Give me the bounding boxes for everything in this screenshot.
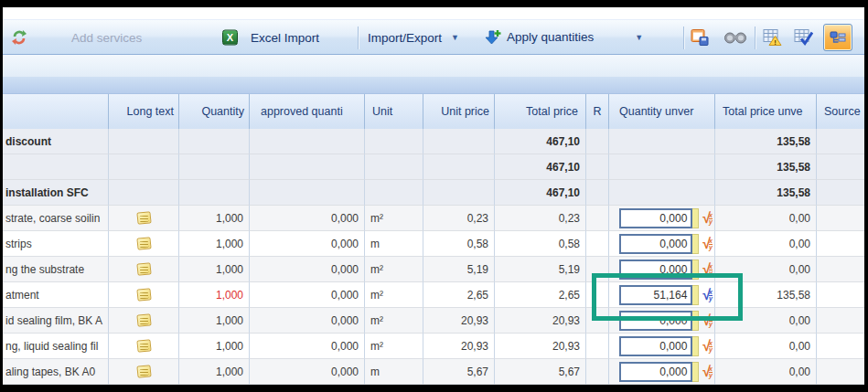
input-marker-strip [692, 362, 699, 382]
cell-quantity-unverified: 0,000 √xy [609, 359, 715, 385]
cell-description: discount [3, 129, 109, 154]
cell-unit-price: 0,23 [423, 206, 495, 231]
formula-icon[interactable]: √xy [702, 340, 713, 353]
cell-total-price: 20,93 [495, 308, 586, 334]
apply-quantities-button[interactable]: Apply quantities ▼ [485, 29, 643, 46]
cell-source [817, 206, 864, 231]
cell-unit-price: 0,58 [423, 231, 495, 257]
import-export-menu[interactable]: Import/Export ▼ [368, 30, 459, 44]
cell-long-text [109, 282, 179, 308]
refresh-button[interactable] [11, 29, 27, 46]
column-header-unit[interactable]: Unit [365, 94, 423, 129]
long-text-note-icon[interactable] [136, 288, 151, 301]
add-services-button[interactable]: Add services [71, 30, 142, 44]
cell-approved-quantity [250, 129, 365, 154]
column-header-source[interactable]: Source [817, 94, 864, 129]
cell-unit [365, 180, 423, 206]
highlight-annotation [592, 273, 743, 321]
cell-total-price-unverified: 0,00 [715, 231, 817, 257]
long-text-note-icon[interactable] [136, 211, 151, 224]
cell-total-price-unverified: 0,00 [715, 206, 817, 231]
column-header-description[interactable] [3, 94, 109, 129]
table-row: installation SFC 467,10 √xy 135,58 [3, 180, 864, 206]
column-header-quantity[interactable]: Quantity [179, 94, 250, 129]
excel-import-label: Excel Import [251, 30, 319, 44]
formula-icon[interactable]: √xy [702, 212, 713, 225]
cell-quantity-unverified: √xy [609, 129, 715, 154]
cell-total-price: 20,93 [495, 334, 586, 359]
grid-check-button[interactable] [794, 28, 813, 46]
long-text-note-icon[interactable] [136, 365, 151, 377]
cell-approved-quantity: 0,000 [250, 257, 365, 282]
cell-description [3, 154, 109, 180]
cell-approved-quantity: 0,000 [250, 231, 365, 257]
cell-quantity: 1,000 [179, 282, 250, 308]
structure-view-toggle[interactable] [823, 24, 852, 51]
column-header-unit-price[interactable]: Unit price [423, 94, 495, 129]
cell-quantity: 1,000 [179, 206, 250, 231]
grid-warning-icon: ! [763, 28, 782, 46]
toolbar-separator [683, 26, 684, 49]
group-header-band [3, 77, 864, 94]
cell-description: aling tapes, BK A0 [3, 359, 109, 385]
grid-warning-button[interactable]: ! [763, 28, 782, 46]
quantity-unverified-input[interactable]: 0,000 [619, 208, 692, 228]
add-services-label: Add services [71, 30, 142, 44]
cell-quantity-unverified: 0,000 √xy [609, 334, 715, 359]
cell-long-text [109, 308, 179, 334]
column-header-quantity-unverified[interactable]: Quantity unver [609, 94, 715, 129]
cell-source [817, 231, 864, 257]
structure-view-icon [823, 24, 852, 51]
excel-import-button[interactable]: X Excel Import [222, 29, 319, 45]
cell-total-price: 0,23 [495, 206, 586, 231]
cell-quantity-unverified: 0,000 √xy [609, 231, 715, 257]
cell-description: strate, coarse soilin [3, 206, 109, 231]
cell-r [586, 180, 609, 206]
cell-unit: m² [365, 282, 423, 308]
quantity-unverified-input[interactable]: 0,000 [619, 336, 692, 356]
long-text-note-icon[interactable] [136, 237, 151, 249]
long-text-note-icon[interactable] [136, 313, 151, 326]
cell-total-price-unverified: 0,00 [715, 359, 817, 385]
grid-check-icon [794, 28, 813, 46]
long-text-note-icon[interactable] [136, 339, 151, 352]
cell-source [817, 257, 864, 282]
column-header-long-text[interactable]: Long text [109, 94, 179, 129]
cell-description: id sealing film, BK A [3, 308, 109, 334]
cell-unit: m [365, 231, 423, 257]
cell-r [586, 206, 609, 231]
cell-description: installation SFC [3, 180, 109, 206]
quantity-unverified-group: 0,000 √xy [609, 208, 714, 228]
toolbar-separator [358, 26, 359, 49]
cell-quantity: 1,000 [179, 308, 250, 334]
cell-quantity [179, 154, 250, 180]
long-text-note-icon[interactable] [136, 262, 151, 275]
column-header-r[interactable]: R [586, 94, 609, 129]
cell-source [817, 180, 864, 206]
cell-source [817, 308, 864, 334]
cell-unit: m [365, 359, 423, 385]
column-header-total-price[interactable]: Total price [495, 94, 586, 129]
search-button[interactable] [724, 30, 746, 44]
apply-quantities-label: Apply quantities [507, 30, 594, 44]
table-row: discount 467,10 √xy 135,58 [3, 129, 864, 154]
cell-source [817, 154, 864, 180]
input-marker-strip [692, 208, 699, 228]
cell-total-price: 0,58 [495, 231, 586, 257]
quantity-unverified-group: 0,000 √xy [609, 234, 714, 254]
cell-total-price: 5,19 [495, 257, 586, 282]
cell-description: strips [3, 231, 109, 257]
column-header-approved-quantity[interactable]: approved quanti [250, 94, 365, 129]
cell-unit-price [423, 129, 495, 154]
cell-r [586, 129, 609, 154]
quantity-unverified-input[interactable]: 0,000 [619, 362, 692, 382]
cell-source [817, 129, 864, 154]
refresh-icon [11, 29, 27, 46]
window-save-button[interactable] [691, 28, 710, 46]
quantity-unverified-input[interactable]: 0,000 [619, 234, 692, 254]
cell-approved-quantity: 0,000 [250, 334, 365, 359]
formula-icon[interactable]: √xy [702, 366, 713, 378]
formula-icon[interactable]: √xy [702, 238, 713, 250]
binoculars-icon [724, 30, 746, 44]
column-header-total-price-unverified[interactable]: Total price unve [715, 94, 817, 129]
